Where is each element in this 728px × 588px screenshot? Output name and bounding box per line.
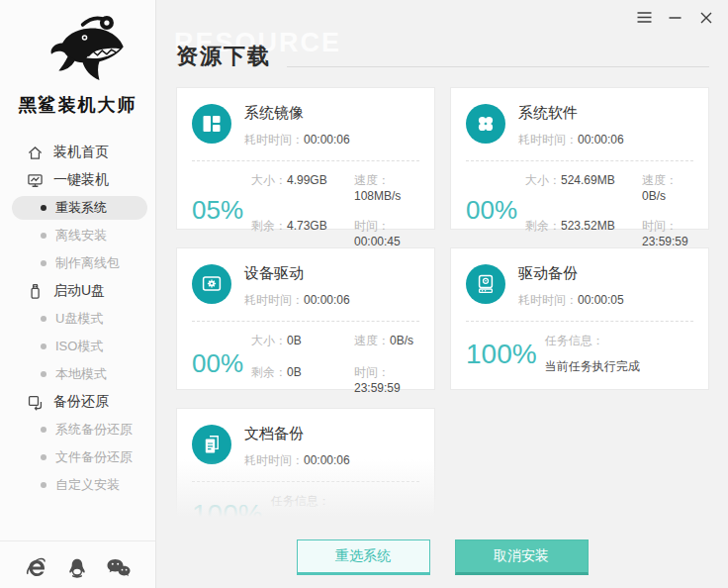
card-divider — [192, 160, 419, 161]
stat-remaining: 剩余：0B — [251, 364, 354, 395]
backup-restore-icon — [27, 394, 44, 411]
task-card-document-backup: 文档备份 耗时时间：00:00:06 100% 任务信息： 当前任务执行完成 — [176, 408, 435, 525]
document-backup-icon — [192, 425, 231, 464]
task-card-system-image: 系统镜像 耗时时间：00:00:06 05% 大小：4.99GB 速度：108M… — [176, 87, 435, 230]
stat-remaining: 剩余：4.73GB — [251, 218, 354, 248]
progress-percent: 05% — [192, 195, 247, 226]
card-title: 系统软件 — [518, 104, 624, 123]
title-underline — [287, 66, 709, 67]
task-info-text: 当前任务执行完成 — [545, 358, 640, 375]
sidebar-item-label: 离线安装 — [55, 227, 107, 245]
stat-value: 23:59:59 — [642, 235, 688, 248]
sidebar-item-file-backup-restore[interactable]: 文件备份还原 — [0, 443, 155, 471]
sidebar-item-label: 文件备份还原 — [55, 448, 133, 466]
bullet-icon — [41, 233, 46, 239]
stat-size: 大小：4.99GB — [251, 172, 354, 203]
stat-time: 时间：23:59:59 — [642, 218, 693, 248]
menu-icon[interactable] — [637, 10, 652, 25]
sidebar-item-label: 系统备份还原 — [55, 421, 133, 439]
main-panel: RESOURCE 资源下载 — [156, 0, 728, 588]
task-info-text: 当前任务执行完成 — [271, 519, 366, 525]
qq-icon[interactable] — [64, 555, 90, 581]
sidebar-item-label: 启动U盘 — [53, 282, 105, 300]
progress-percent: 00% — [466, 195, 521, 226]
sidebar-item-one-key-install[interactable]: 一键装机 — [0, 166, 155, 194]
elapsed-time: 耗时时间：00:00:06 — [518, 132, 624, 148]
sidebar-item-offline-install[interactable]: 离线安装 — [0, 222, 155, 249]
stat-label: 大小： — [525, 173, 561, 187]
driver-backup-icon — [466, 264, 505, 304]
card-title: 驱动备份 — [518, 264, 624, 283]
stat-label: 时间： — [354, 219, 390, 233]
elapsed-value: 00:00:06 — [578, 133, 624, 147]
stat-label: 速度： — [642, 173, 678, 187]
sidebar-divider — [0, 540, 155, 541]
elapsed-time: 耗时时间：00:00:06 — [244, 132, 350, 148]
task-cards-area: 系统镜像 耗时时间：00:00:06 05% 大小：4.99GB 速度：108M… — [176, 87, 709, 525]
sidebar-item-label: 本地模式 — [55, 365, 107, 383]
progress-percent: 100% — [466, 339, 537, 370]
task-info-label: 任务信息： — [271, 493, 366, 510]
bullet-icon — [41, 260, 46, 266]
stat-label: 速度： — [354, 173, 390, 187]
app-name: 黑鲨装机大师 — [0, 93, 155, 117]
elapsed-label: 耗时时间： — [244, 293, 304, 307]
elapsed-label: 耗时时间： — [518, 293, 578, 307]
elapsed-time: 耗时时间：00:00:05 — [518, 292, 624, 309]
bullet-icon — [41, 205, 46, 211]
card-divider — [466, 321, 693, 322]
stat-label: 剩余： — [251, 365, 287, 379]
system-software-icon — [466, 104, 505, 144]
sidebar-item-local-mode[interactable]: 本地模式 — [0, 360, 155, 388]
stat-speed: 速度：108MB/s — [354, 172, 419, 203]
stat-value: 4.73GB — [287, 219, 327, 233]
stat-remaining: 剩余：523.52MB — [525, 218, 642, 248]
sidebar-item-label: 重装系统 — [55, 199, 107, 217]
task-card-device-driver: 设备驱动 耗时时间：00:00:06 00% 大小：0B 速度：0B/s 剩余：… — [176, 247, 435, 390]
minimize-icon[interactable] — [668, 10, 682, 25]
card-divider — [192, 481, 419, 482]
stat-speed: 速度：0B/s — [354, 333, 419, 349]
cancel-install-button[interactable]: 取消安装 — [455, 539, 589, 575]
stat-value: 524.69MB — [561, 173, 615, 187]
bullet-icon — [41, 427, 46, 433]
shark-logo-icon — [0, 10, 155, 93]
sidebar-item-iso-mode[interactable]: ISO模式 — [0, 333, 155, 360]
bullet-icon — [41, 482, 46, 488]
stat-value: 4.99GB — [287, 173, 327, 187]
sidebar-item-label: 备份还原 — [53, 393, 109, 411]
sidebar-item-backup-restore[interactable]: 备份还原 — [0, 388, 155, 416]
reselect-system-button[interactable]: 重选系统 — [297, 539, 430, 575]
bullet-icon — [41, 343, 46, 349]
sidebar-item-system-backup-restore[interactable]: 系统备份还原 — [0, 416, 155, 443]
elapsed-value: 00:00:06 — [304, 453, 350, 467]
sidebar-item-home[interactable]: 装机首页 — [0, 139, 155, 166]
sidebar-item-boot-usb[interactable]: 启动U盘 — [0, 277, 155, 305]
elapsed-time: 耗时时间：00:00:06 — [244, 292, 350, 309]
ie-browser-icon[interactable] — [24, 555, 49, 581]
elapsed-time: 耗时时间：00:00:06 — [244, 452, 350, 469]
task-card-system-software: 系统软件 耗时时间：00:00:06 00% 大小：524.69MB 速度：0B… — [450, 87, 709, 230]
footer-actions: 重选系统 取消安装 — [156, 539, 728, 575]
system-image-icon — [192, 104, 231, 144]
progress-percent: 00% — [192, 348, 247, 379]
sidebar-item-make-offline-pack[interactable]: 制作离线包 — [0, 249, 155, 277]
stat-label: 剩余： — [525, 219, 561, 233]
sidebar-item-usb-mode[interactable]: U盘模式 — [0, 305, 155, 333]
sidebar-item-label: U盘模式 — [55, 310, 103, 328]
sidebar-item-custom-install[interactable]: 自定义安装 — [0, 471, 155, 499]
task-info-label: 任务信息： — [545, 333, 640, 349]
app-logo: 黑鲨装机大师 — [0, 0, 155, 117]
page-header: RESOURCE 资源下载 — [176, 42, 709, 71]
close-icon[interactable] — [698, 10, 713, 25]
stat-value: 0B — [287, 365, 302, 379]
elapsed-value: 00:00:06 — [304, 293, 350, 307]
sidebar-item-reinstall-system[interactable]: 重装系统 — [12, 196, 147, 220]
sidebar-item-label: 自定义安装 — [55, 476, 120, 494]
stat-value: 0B/s — [390, 334, 413, 347]
monitor-icon — [27, 172, 44, 189]
stat-size: 大小：0B — [251, 333, 354, 349]
wechat-icon[interactable] — [106, 555, 132, 581]
bullet-icon — [41, 316, 46, 322]
task-card-driver-backup: 驱动备份 耗时时间：00:00:05 100% 任务信息： 当前任务执行完成 — [450, 247, 709, 390]
